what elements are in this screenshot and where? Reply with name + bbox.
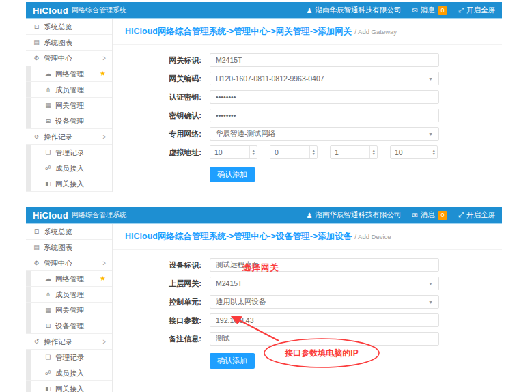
star-icon: ★ bbox=[100, 271, 106, 286]
auth-key-label: 认证密钥: bbox=[159, 92, 201, 102]
fullscreen-button[interactable]: ⤢ 开启全屏 bbox=[458, 5, 495, 15]
chart-icon: ▤ bbox=[33, 35, 40, 50]
sidebar-item[interactable]: ☁ 网络管理 ★ bbox=[26, 66, 112, 82]
device-id-input[interactable] bbox=[210, 258, 439, 272]
brand-logo: HiCloud bbox=[33, 210, 68, 221]
company-menu[interactable]: ♟ 湖南华辰智通科技有限公司 bbox=[307, 210, 402, 220]
octet-1-stepper[interactable]: ▴▾ bbox=[210, 145, 257, 159]
sidebar-item[interactable]: ⊡ 系统总览 bbox=[26, 224, 112, 240]
desktop-icon: ⊡ bbox=[33, 19, 40, 34]
chevron-right-icon: > bbox=[102, 333, 105, 350]
add-device-form: 设备标识: 上层网关: M2415T ▼ 控制单元: 通用以太网设备 ▼ bbox=[113, 250, 502, 378]
sidebar-item[interactable]: ▤ 系统图表 bbox=[26, 240, 112, 255]
remark-label: 备注信息: bbox=[159, 334, 201, 344]
octet-3-stepper[interactable]: ▴▾ bbox=[330, 145, 378, 159]
chevron-down-icon: ▼ bbox=[428, 300, 433, 305]
sidebar-item-label: 管理中心 bbox=[44, 51, 102, 66]
octet-1-input[interactable] bbox=[210, 146, 249, 158]
top-navbar: HiCloud 网络综合管理系统 ♟ 湖南华辰智通科技有限公司 ✉ 消息 0 ⤢… bbox=[26, 2, 502, 19]
share-icon: ☍ bbox=[44, 365, 52, 380]
key-confirm-label: 密钥确认: bbox=[159, 111, 201, 121]
sidebar-item-label: 操作记录 bbox=[44, 129, 102, 144]
sidebar-item[interactable]: ◧ 网关接入 bbox=[26, 176, 112, 192]
sitemap-icon: ⋔ bbox=[44, 287, 52, 302]
gateway-id-label: 网关标识: bbox=[159, 55, 201, 66]
breadcrumb-english: / Add Device bbox=[354, 233, 391, 240]
sidebar-item[interactable]: ⊞ 设备管理 bbox=[26, 318, 112, 334]
sidebar-item[interactable]: ⚙ 管理中心 > bbox=[26, 51, 112, 66]
spinner-icon[interactable]: ▴▾ bbox=[369, 146, 377, 158]
sidebar-item-label: 网关接入 bbox=[55, 176, 112, 191]
octet-4-stepper[interactable]: ▴▾ bbox=[390, 145, 438, 159]
sidebar-item-label: 网络管理 bbox=[55, 271, 100, 286]
gateway-code-select[interactable]: H120-1607-0811-0812-9963-0407 ▼ bbox=[210, 72, 439, 85]
sidebar-item[interactable]: ⋔ 成员管理 bbox=[26, 82, 112, 98]
sidebar-item[interactable]: ☁ 网络管理 ★ bbox=[26, 271, 112, 287]
sidebar-item[interactable]: ⚙ 管理中心 > bbox=[26, 255, 112, 271]
sidebar-item[interactable]: ↺ 操作记录 > bbox=[26, 129, 112, 145]
breadcrumb: HiCloud网络综合管理系统->管理中心->网关管理->添加网关 / Add … bbox=[113, 19, 502, 45]
add-device-screenshot: HiCloud 网络综合管理系统 ♟ 湖南华辰智通科技有限公司 ✉ 消息 0 ⤢… bbox=[26, 207, 502, 392]
sidebar-item-label: 设备管理 bbox=[55, 113, 112, 128]
messages-label: 消息 bbox=[421, 210, 435, 220]
sidebar-item[interactable]: ▦ 网关管理 bbox=[26, 303, 112, 318]
sidebar-item-label: 管理中心 bbox=[44, 255, 102, 270]
sidebar-item[interactable]: ❏ 管理记录 bbox=[26, 145, 112, 160]
octet-2-stepper[interactable]: ▴▾ bbox=[270, 145, 318, 159]
sidebar-item-label: 系统总览 bbox=[44, 19, 112, 34]
messages-menu[interactable]: ✉ 消息 0 bbox=[412, 5, 447, 15]
messages-menu[interactable]: ✉ 消息 0 bbox=[412, 210, 447, 220]
sidebar-item[interactable]: ☍ 成员接入 bbox=[26, 365, 112, 381]
sidebar-item-label: 成员管理 bbox=[55, 287, 112, 302]
spinner-icon[interactable]: ▴▾ bbox=[309, 146, 317, 158]
octet-4-input[interactable] bbox=[391, 146, 430, 158]
gears-icon: ⚙ bbox=[33, 51, 40, 66]
upper-gateway-select[interactable]: M2415T ▼ bbox=[210, 277, 439, 290]
fullscreen-icon: ⤢ bbox=[458, 211, 464, 219]
sidebar-item-label: 网络管理 bbox=[55, 66, 100, 81]
remark-input[interactable] bbox=[210, 332, 439, 346]
key-confirm-input[interactable] bbox=[210, 109, 439, 122]
add-gateway-form: 网关标识: 网关编码: H120-1607-0811-0812-9963-040… bbox=[113, 45, 502, 192]
auth-key-input[interactable] bbox=[210, 90, 439, 104]
sidebar-item[interactable]: ↺ 操作记录 > bbox=[26, 334, 112, 350]
gateway-code-label: 网关编码: bbox=[159, 74, 201, 84]
sitemap-icon: ⋔ bbox=[44, 82, 52, 97]
grid-icon: ▦ bbox=[44, 98, 52, 113]
chevron-right-icon: > bbox=[102, 49, 105, 67]
gears-icon: ⚙ bbox=[33, 255, 40, 270]
cloud-icon: ☁ bbox=[44, 271, 52, 286]
sidebar-item[interactable]: ☍ 成员接入 bbox=[26, 160, 112, 176]
spinner-icon[interactable]: ▴▾ bbox=[430, 146, 437, 158]
upper-gateway-label: 上层网关: bbox=[159, 279, 201, 289]
fullscreen-icon: ⤢ bbox=[458, 6, 464, 14]
sidebar-item[interactable]: ▦ 网关管理 bbox=[26, 98, 112, 113]
control-unit-select[interactable]: 通用以太网设备 ▼ bbox=[210, 295, 439, 309]
fullscreen-label: 开启全屏 bbox=[466, 210, 495, 220]
octet-3-input[interactable] bbox=[331, 146, 369, 158]
sidebar-item[interactable]: ❏ 管理记录 bbox=[26, 350, 112, 365]
confirm-add-button[interactable]: 确认添加 bbox=[210, 353, 255, 369]
cloud-icon: ☁ bbox=[44, 66, 52, 81]
sidebar-item[interactable]: ⋔ 成员管理 bbox=[26, 287, 112, 303]
spinner-icon[interactable]: ▴▾ bbox=[249, 146, 257, 158]
sidebar-item[interactable]: ⊞ 设备管理 bbox=[26, 113, 112, 129]
confirm-add-button[interactable]: 确认添加 bbox=[210, 167, 255, 182]
device-id-label: 设备标识: bbox=[159, 260, 201, 270]
octet-2-input[interactable] bbox=[270, 146, 309, 158]
sidebar-item-label: 管理记录 bbox=[55, 350, 112, 365]
sidebar-item[interactable]: ▤ 系统图表 bbox=[26, 35, 112, 51]
product-name: 网络综合管理系统 bbox=[72, 210, 126, 220]
fullscreen-button[interactable]: ⤢ 开启全屏 bbox=[458, 210, 495, 220]
sidebar-item-label: 设备管理 bbox=[55, 318, 112, 333]
sidebar-item[interactable]: ⊡ 系统总览 bbox=[26, 19, 112, 35]
messages-count-badge: 0 bbox=[438, 6, 447, 15]
company-menu[interactable]: ♟ 湖南华辰智通科技有限公司 bbox=[307, 5, 402, 15]
sidebar-item[interactable]: ◧ 网关接入 bbox=[26, 381, 112, 392]
chevron-right-icon: > bbox=[102, 128, 105, 145]
private-network-select[interactable]: 华辰智通-测试网络 ▼ bbox=[210, 127, 439, 141]
sidebar-item-label: 操作记录 bbox=[44, 334, 102, 349]
gateway-id-input[interactable] bbox=[210, 53, 439, 67]
interface-param-input[interactable] bbox=[210, 313, 439, 327]
control-unit-label: 控制单元: bbox=[159, 297, 201, 307]
